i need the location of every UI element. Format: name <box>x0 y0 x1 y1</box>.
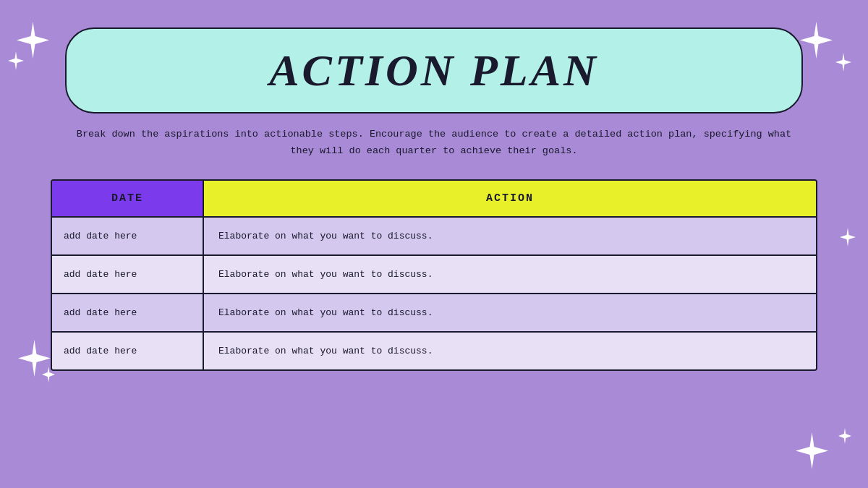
table-row: add date here Elaborate on what you want… <box>52 216 816 254</box>
row-3-date[interactable]: add date here <box>52 294 204 331</box>
subtitle-text: Break down the aspirations into actionab… <box>65 127 803 160</box>
action-column-header: ACTION <box>204 181 816 216</box>
date-column-header: DATE <box>52 181 204 216</box>
table-row: add date here Elaborate on what you want… <box>52 293 816 331</box>
row-2-date[interactable]: add date here <box>52 256 204 293</box>
row-4-action[interactable]: Elaborate on what you want to discuss. <box>204 333 816 369</box>
action-plan-table: DATE ACTION add date here Elaborate on w… <box>51 179 817 371</box>
table-header-row: DATE ACTION <box>52 181 816 216</box>
table-row: add date here Elaborate on what you want… <box>52 254 816 293</box>
row-3-action[interactable]: Elaborate on what you want to discuss. <box>204 294 816 331</box>
star-top-left-small-icon <box>6 51 26 71</box>
table-row: add date here Elaborate on what you want… <box>52 331 816 369</box>
star-bottom-right-icon <box>792 431 832 471</box>
title-box: ACTION PLAN <box>65 27 803 114</box>
row-4-date[interactable]: add date here <box>52 333 204 369</box>
row-1-action[interactable]: Elaborate on what you want to discuss. <box>204 218 816 254</box>
star-bottom-right-small-icon <box>836 427 854 445</box>
star-top-right-small-icon <box>833 52 854 72</box>
page-background: ACTION PLAN Break down the aspirations i… <box>0 0 868 488</box>
star-right-mid-icon <box>838 227 858 247</box>
row-1-date[interactable]: add date here <box>52 218 204 254</box>
row-2-action[interactable]: Elaborate on what you want to discuss. <box>204 256 816 293</box>
page-title: ACTION PLAN <box>269 46 599 95</box>
